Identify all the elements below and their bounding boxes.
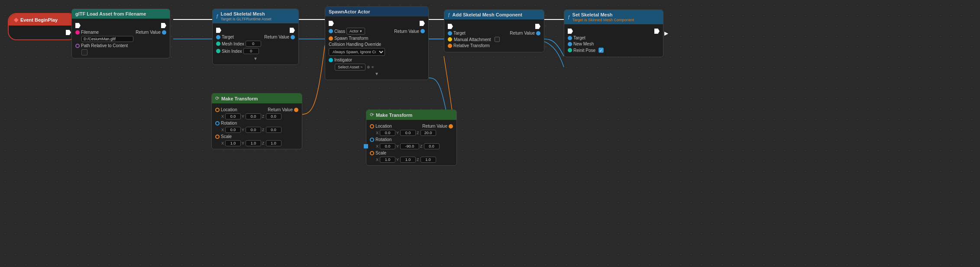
rot-y-input[interactable]: [400, 143, 419, 149]
make-transform-1-node: ⟳ Make Transform Location Return Value X…: [211, 93, 302, 149]
set-skeletal-mesh-node: ƒ Set Skeletal Mesh Target is Skinned Me…: [564, 10, 663, 57]
return-pin[interactable]: [294, 108, 298, 112]
loc-x-input[interactable]: [380, 130, 395, 136]
class-select[interactable]: Actor ▾: [346, 28, 365, 35]
rot-z-input[interactable]: [424, 143, 440, 149]
spawn-transform-label: Spawn Transform: [334, 36, 368, 41]
return-pin[interactable]: [420, 29, 425, 33]
loc-z-input[interactable]: [266, 113, 281, 119]
path-checkbox[interactable]: [81, 49, 87, 55]
new-mesh-label: New Mesh: [573, 42, 594, 46]
instigator-label: Instigator: [334, 58, 352, 62]
return-label: Return Value: [394, 29, 419, 34]
loc-pin[interactable]: [215, 108, 220, 112]
return-pin[interactable]: [162, 30, 166, 35]
y-label: Y: [242, 114, 244, 119]
scale-y-input[interactable]: [400, 157, 416, 163]
skin-index-pin[interactable]: [216, 49, 220, 53]
filename-label: Filename: [81, 30, 99, 35]
scale-pin[interactable]: [215, 135, 220, 139]
add-skeletal-mesh-header: ƒ Add Skeletal Mesh Component: [444, 10, 544, 19]
exec-out-pin[interactable]: [654, 29, 660, 34]
manual-pin[interactable]: [448, 37, 452, 42]
rot-x-input[interactable]: [225, 127, 241, 133]
loc-y-input[interactable]: [246, 113, 261, 119]
scale-x-input[interactable]: [380, 157, 395, 163]
loc-y-input[interactable]: [400, 130, 416, 136]
load-skeletal-subtitle: Target is GLTFRuntime Asset: [221, 17, 272, 21]
rot-z-input[interactable]: [266, 127, 281, 133]
target-pin[interactable]: [568, 36, 572, 40]
loc-z-input[interactable]: [420, 130, 436, 136]
z-label: Z: [417, 131, 419, 135]
skin-index-input[interactable]: [243, 48, 259, 54]
relative-pin[interactable]: [448, 44, 452, 48]
filename-input[interactable]: [81, 36, 133, 42]
select-asset-btn[interactable]: Select Asset ~: [335, 64, 365, 71]
spawn-transform-pin[interactable]: [329, 36, 333, 41]
target-pin[interactable]: [448, 31, 452, 35]
ry-label: Y: [396, 144, 399, 148]
exec-out-pin[interactable]: [66, 30, 71, 35]
make-transform-1-title: Make Transform: [221, 96, 258, 101]
reinit-checkbox[interactable]: ✓: [598, 48, 604, 53]
exec-out-pin[interactable]: [420, 21, 425, 26]
loc-pin[interactable]: [370, 124, 374, 129]
rx-label: X: [221, 128, 224, 132]
set-skeletal-subtitle: Target is Skinned Mesh Component: [572, 18, 634, 22]
make-icon: ⟳: [215, 96, 219, 101]
x-label: X: [376, 131, 378, 135]
manual-checkbox[interactable]: [495, 37, 500, 42]
target-label: Target: [573, 35, 585, 40]
collision-select[interactable]: Always Spawn, Ignore Collisions: [329, 48, 385, 56]
mesh-index-pin[interactable]: [216, 42, 220, 46]
exec-in-pin[interactable]: [448, 24, 453, 29]
diamond-icon: ◆: [14, 16, 18, 23]
exec-in-pin[interactable]: [329, 21, 334, 26]
exec-out-pin[interactable]: [161, 23, 166, 28]
expand-arrow[interactable]: ▼: [329, 71, 425, 77]
exec-in-pin[interactable]: [216, 28, 221, 33]
instigator-pin[interactable]: [329, 58, 333, 62]
make-transform-2-header: ⟳ Make Transform: [366, 110, 456, 120]
return-pin[interactable]: [536, 31, 540, 35]
rot-pin[interactable]: [370, 138, 374, 142]
loc-x-input[interactable]: [225, 113, 241, 119]
mesh-index-label: Mesh Index: [222, 42, 244, 46]
ry-label: Y: [242, 128, 244, 132]
rot-pin[interactable]: [215, 121, 220, 125]
scale-y-input[interactable]: [246, 140, 261, 146]
path-pin[interactable]: [75, 44, 80, 48]
relative-label: Relative Transform: [453, 43, 490, 48]
rot-x-input[interactable]: [380, 143, 395, 149]
make-transform-1-header: ⟳ Make Transform: [212, 93, 302, 103]
expand-arrow[interactable]: ▼: [216, 55, 295, 62]
gltf-load-title: glTF Load Asset from Filename: [75, 11, 146, 16]
scale-x-input[interactable]: [225, 140, 241, 146]
scale-z-input[interactable]: [420, 157, 436, 163]
return-pin[interactable]: [449, 124, 453, 129]
scale-z-input[interactable]: [266, 140, 281, 146]
return-pin[interactable]: [291, 35, 295, 39]
return-label: Return Value: [422, 124, 447, 129]
new-mesh-pin[interactable]: [568, 42, 572, 46]
mesh-index-input[interactable]: [246, 41, 261, 47]
exec-out-pin[interactable]: [290, 28, 295, 33]
target-label: Target: [453, 31, 466, 35]
scale-label: Scale: [375, 151, 386, 155]
exec-in-pin[interactable]: [568, 29, 573, 34]
reinit-pin[interactable]: [568, 48, 572, 52]
scale-pin[interactable]: [370, 151, 374, 155]
exec-out-pin[interactable]: [535, 24, 540, 29]
exec-in-pin[interactable]: [75, 23, 81, 28]
load-skeletal-mesh-node: ƒ Load Skeletal Mesh Target is GLTFRunti…: [212, 9, 299, 65]
loc-label: Location: [375, 124, 392, 129]
target-label: Target: [222, 35, 234, 39]
rot-y-input[interactable]: [246, 127, 261, 133]
make-transform-2-node: ⟳ Make Transform Location Return Value X…: [366, 109, 457, 166]
class-pin[interactable]: [329, 29, 333, 33]
target-pin[interactable]: [216, 35, 220, 39]
filename-pin[interactable]: [75, 30, 80, 35]
skin-index-label: Skin Index: [222, 49, 242, 54]
set-skeletal-title: Set Skeletal Mesh: [572, 12, 613, 17]
